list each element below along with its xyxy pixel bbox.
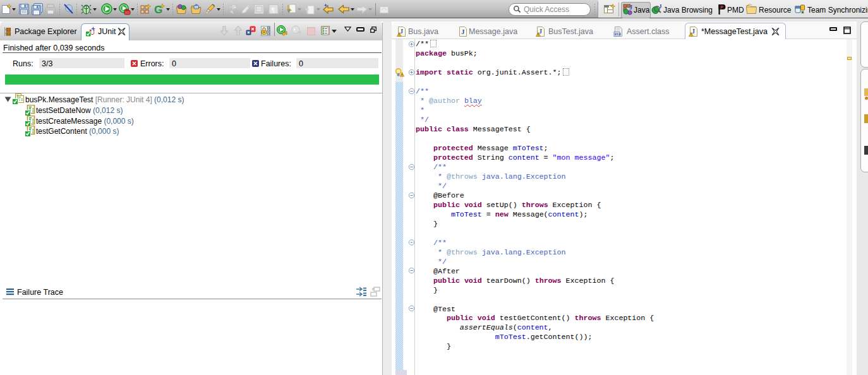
svg-text:J: J [659,4,662,9]
svg-text:J: J [692,28,695,35]
svg-text:J: J [629,4,632,11]
svg-text:!: ! [690,33,692,37]
svg-text:010: 010 [615,32,621,37]
svg-text:P: P [720,5,723,9]
svg-text:!: ! [399,33,400,37]
svg-text:¶: ¶ [271,6,275,13]
svg-text:J: J [539,28,542,35]
svg-text:C: C [233,5,236,9]
svg-text:J: J [400,28,403,35]
svg-text:J: J [461,28,465,35]
svg-text:!: ! [538,33,539,37]
